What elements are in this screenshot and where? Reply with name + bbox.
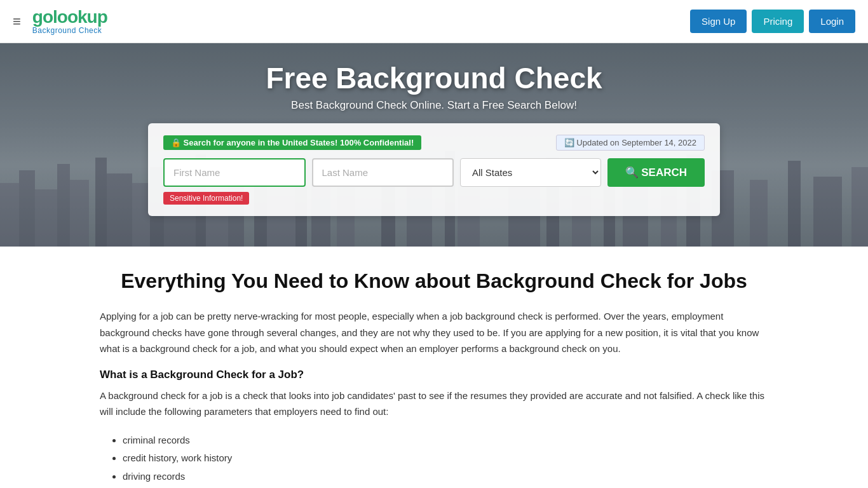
check-list: criminal records credit history, work hi… bbox=[123, 431, 768, 489]
search-button[interactable]: 🔍 SEARCH bbox=[607, 158, 705, 187]
article-title: Everything You Need to Know about Backgr… bbox=[100, 269, 768, 293]
list-item: criminal records bbox=[123, 431, 768, 450]
sensitive-badge: Sensitive Information! bbox=[163, 192, 249, 205]
first-name-input[interactable] bbox=[163, 158, 306, 187]
article-body: Applying for a job can be pretty nerve-w… bbox=[100, 308, 768, 488]
header: ≡ golookup Background Check Sign Up Pric… bbox=[0, 0, 868, 43]
section1-body: A background check for a job is a check … bbox=[100, 388, 768, 420]
logo-prefix: go bbox=[32, 7, 53, 27]
list-item: credit history, work history bbox=[123, 449, 768, 468]
logo[interactable]: golookup Background Check bbox=[32, 8, 107, 36]
header-buttons: Sign Up Pricing Login bbox=[690, 10, 855, 33]
hero-subtitle: Best Background Check Online. Start a Fr… bbox=[291, 99, 577, 112]
search-fields: All States AlabamaAlaskaArizonaArkansas … bbox=[163, 158, 705, 187]
list-item: compensation bbox=[123, 485, 768, 488]
pricing-button[interactable]: Pricing bbox=[752, 10, 804, 33]
confidential-badge: 🔒 Search for anyone in the United States… bbox=[163, 135, 421, 150]
list-item: driving records bbox=[123, 468, 768, 486]
section1-heading: What is a Background Check for a Job? bbox=[100, 369, 768, 381]
main-content: Everything You Need to Know about Backgr… bbox=[85, 247, 783, 488]
state-select[interactable]: All States AlabamaAlaskaArizonaArkansas … bbox=[460, 158, 601, 187]
logo-highlight: lookup bbox=[53, 7, 107, 27]
signup-button[interactable]: Sign Up bbox=[690, 10, 747, 33]
login-button[interactable]: Login bbox=[809, 10, 855, 33]
logo-subtitle: Background Check bbox=[32, 27, 107, 35]
article-intro: Applying for a job can be pretty nerve-w… bbox=[100, 308, 768, 357]
logo-text: golookup bbox=[32, 8, 107, 27]
hamburger-menu-icon[interactable]: ≡ bbox=[13, 13, 21, 30]
hero-content: Free Background Check Best Background Ch… bbox=[0, 61, 868, 216]
search-top-bar: 🔒 Search for anyone in the United States… bbox=[163, 135, 705, 151]
updated-badge: 🔄 Updated on September 14, 2022 bbox=[556, 135, 705, 151]
hero-title: Free Background Check bbox=[266, 61, 602, 95]
last-name-input[interactable] bbox=[312, 158, 454, 187]
hero-section: Free Background Check Best Background Ch… bbox=[0, 43, 868, 247]
search-box: 🔒 Search for anyone in the United States… bbox=[148, 123, 720, 216]
